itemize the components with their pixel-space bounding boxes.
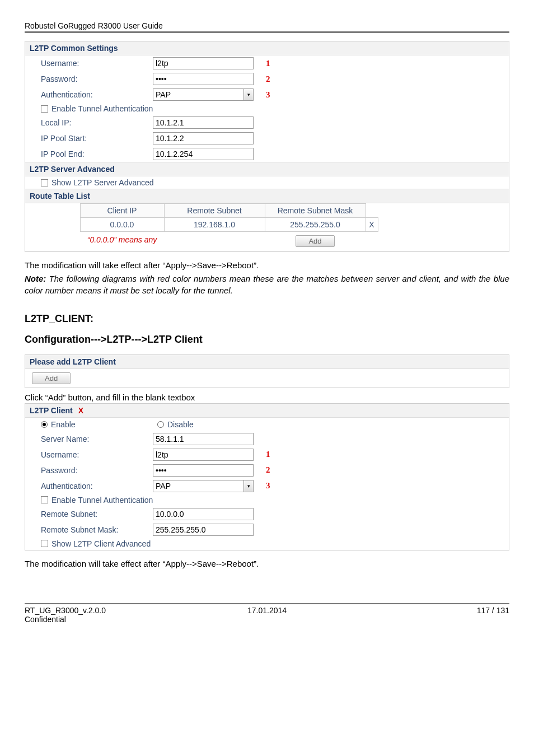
ip-pool-end-input[interactable] xyxy=(153,148,254,160)
route-table: Client IP Remote Subnet Remote Subnet Ma… xyxy=(30,203,378,232)
show-server-advanced-label: Show L2TP Server Advanced xyxy=(51,178,154,187)
username-input[interactable] xyxy=(153,57,254,69)
show-client-advanced-row[interactable]: Show L2TP Client Advanced xyxy=(25,538,509,550)
route-table-wrap: Client IP Remote Subnet Remote Subnet Ma… xyxy=(25,203,509,251)
disable-radio[interactable] xyxy=(157,421,164,428)
username-label: Username: xyxy=(41,59,153,68)
password-input[interactable] xyxy=(153,73,254,85)
please-add-heading: Please add L2TP Client xyxy=(25,355,509,369)
note-label: Note: xyxy=(25,274,46,283)
remote-subnet-mask-label: Remote Subnet Mask: xyxy=(41,525,153,534)
client-annot-2: 2 xyxy=(266,465,270,475)
remote-subnet-input[interactable] xyxy=(153,508,254,520)
footer-version: RT_UG_R3000_v.2.0.0 xyxy=(25,606,186,615)
remote-subnet-label: Remote Subnet: xyxy=(41,510,153,519)
server-name-label: Server Name: xyxy=(41,435,153,444)
click-add-text: Click “Add” button, and fill in the blan… xyxy=(25,393,509,402)
header-rule xyxy=(25,31,509,33)
remote-subnet-mask-input[interactable] xyxy=(153,524,254,536)
page-footer: RT_UG_R3000_v.2.0.0 Confidential 17.01.2… xyxy=(25,606,509,624)
client-auth-label: Authentication: xyxy=(41,482,153,491)
auth-select-value: PAP xyxy=(153,88,243,101)
cell-remote-subnet-mask: 255.255.255.0 xyxy=(265,218,366,232)
show-server-advanced-checkbox[interactable] xyxy=(41,179,48,186)
spacer xyxy=(164,235,265,247)
l2tp-client-head: L2TP Client X xyxy=(25,404,509,418)
route-table-note: “0.0.0.0” means any xyxy=(80,235,164,247)
please-add-panel: Please add L2TP Client Add xyxy=(25,354,509,388)
footer-rule xyxy=(25,603,509,604)
config-path-heading: Configuration--->L2TP--->L2TP Client xyxy=(25,334,509,346)
ip-pool-end-row: IP Pool End: xyxy=(25,146,509,162)
server-name-input[interactable] xyxy=(153,433,254,445)
col-remote-subnet-mask: Remote Subnet Mask xyxy=(265,204,366,218)
footer-page: 117 / 131 xyxy=(348,606,509,624)
annot-3: 3 xyxy=(266,90,270,100)
enable-tunnel-auth-row[interactable]: Enable Tunnel Authentication xyxy=(25,102,509,115)
local-ip-input[interactable] xyxy=(153,116,254,129)
client-password-input[interactable] xyxy=(153,464,254,477)
doc-header: Robustel GoRugged R3000 User Guide xyxy=(25,21,509,30)
col-remote-subnet: Remote Subnet xyxy=(164,204,265,218)
footer-left: RT_UG_R3000_v.2.0.0 Confidential xyxy=(25,606,186,624)
common-settings-heading: L2TP Common Settings xyxy=(25,41,509,55)
close-icon[interactable]: X xyxy=(78,406,83,415)
chevron-down-icon[interactable]: ▾ xyxy=(243,480,254,492)
table-header-row: Client IP Remote Subnet Remote Subnet Ma… xyxy=(30,204,378,218)
spacer xyxy=(30,235,80,247)
enable-tunnel-auth-checkbox[interactable] xyxy=(41,105,48,113)
footer-date: 17.01.2014 xyxy=(186,606,348,624)
add-client-button[interactable]: Add xyxy=(32,372,71,384)
ip-pool-start-row: IP Pool Start: xyxy=(25,130,509,146)
chevron-down-icon[interactable]: ▾ xyxy=(243,88,254,101)
client-enable-tunnel-auth-row[interactable]: Enable Tunnel Authentication xyxy=(25,494,509,506)
l2tp-client-panel: L2TP Client X Enable Disable Server Name… xyxy=(25,403,509,550)
delete-icon[interactable]: X xyxy=(366,218,378,232)
client-auth-row: Authentication: PAP ▾ 3 xyxy=(25,478,509,494)
radio-dot-icon xyxy=(43,423,46,426)
l2tp-client-title: L2TP Client xyxy=(30,406,73,415)
footer-confidential: Confidential xyxy=(25,615,186,624)
ip-pool-start-input[interactable] xyxy=(153,132,254,144)
server-name-row: Server Name: xyxy=(25,431,509,447)
table-spacer xyxy=(30,218,80,232)
ip-pool-end-label: IP Pool End: xyxy=(41,150,153,158)
show-client-advanced-checkbox[interactable] xyxy=(41,540,48,547)
route-table-footer: “0.0.0.0” means any Add xyxy=(30,232,504,247)
add-button-wrap: Add xyxy=(265,235,366,247)
please-add-body: Add xyxy=(25,369,509,388)
local-ip-row: Local IP: xyxy=(25,115,509,130)
client-username-input[interactable] xyxy=(153,449,254,461)
client-enable-tunnel-auth-checkbox[interactable] xyxy=(41,496,48,503)
username-row: Username: 1 xyxy=(25,55,509,71)
enable-radio[interactable] xyxy=(41,421,48,428)
cell-remote-subnet: 192.168.1.0 xyxy=(164,218,265,232)
annot-1: 1 xyxy=(266,59,270,68)
client-username-row: Username: 1 xyxy=(25,447,509,463)
annot-2: 2 xyxy=(266,74,270,84)
enable-disable-row: Enable Disable xyxy=(25,418,509,431)
client-auth-value: PAP xyxy=(153,480,243,492)
client-username-label: Username: xyxy=(41,450,153,459)
add-button[interactable]: Add xyxy=(296,235,334,247)
auth-select[interactable]: PAP ▾ xyxy=(153,88,254,101)
server-advanced-heading: L2TP Server Advanced xyxy=(25,162,509,176)
col-client-ip: Client IP xyxy=(80,204,164,218)
enable-label: Enable xyxy=(51,420,157,429)
remote-subnet-row: Remote Subnet: xyxy=(25,506,509,522)
ip-pool-start-label: IP Pool Start: xyxy=(41,134,153,143)
client-password-row: Password: 2 xyxy=(25,463,509,478)
local-ip-label: Local IP: xyxy=(41,118,153,127)
route-table-heading: Route Table List xyxy=(25,189,509,203)
l2tp-client-heading: L2TP_CLIENT: xyxy=(25,313,509,325)
client-auth-select[interactable]: PAP ▾ xyxy=(153,480,254,492)
client-annot-1: 1 xyxy=(266,450,270,459)
enable-tunnel-auth-label: Enable Tunnel Authentication xyxy=(51,104,153,113)
cell-client-ip: 0.0.0.0 xyxy=(80,218,164,232)
client-enable-tunnel-auth-label: Enable Tunnel Authentication xyxy=(51,496,153,505)
client-password-label: Password: xyxy=(41,466,153,475)
disable-label: Disable xyxy=(167,420,194,429)
note-paragraph: Note: The following diagrams with red co… xyxy=(25,273,509,296)
show-server-advanced-row[interactable]: Show L2TP Server Advanced xyxy=(25,176,509,189)
table-row: 0.0.0.0 192.168.1.0 255.255.255.0 X xyxy=(30,218,378,232)
